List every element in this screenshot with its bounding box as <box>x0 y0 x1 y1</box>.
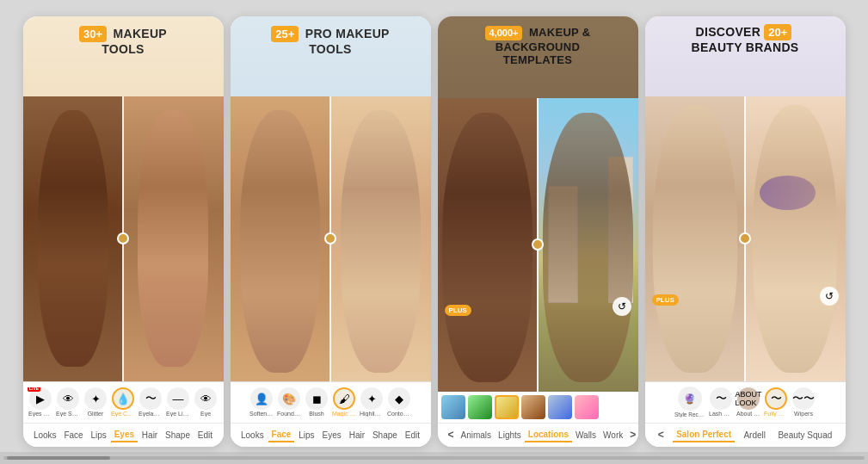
card3-face <box>438 98 638 391</box>
scrollbar <box>0 452 868 464</box>
card2-tool-label-0: Soften Skin <box>249 411 274 417</box>
card1-tool-icon-symbol-0: ▶ <box>36 393 45 405</box>
card4-undo-button[interactable]: ↺ <box>820 287 839 306</box>
card2-bottom-nav: Looks Face Lips Eyes Hair Shape Edit <box>231 423 431 447</box>
card2-tool-0[interactable]: 👤 Soften Skin <box>249 387 274 417</box>
card3-headline: 4,000+ MAKEUP & BACKGROUND TEMPLATES <box>438 23 638 67</box>
card3-thumb-0[interactable] <box>441 395 465 419</box>
card4-tool-4[interactable]: 〜〜 Wipers <box>791 387 816 417</box>
card1-nav-eyes[interactable]: Eyes <box>111 428 138 442</box>
card4-tool-icon-3: 〜 <box>765 387 787 410</box>
card3-nav-lights[interactable]: Lights <box>495 429 525 442</box>
card4-nav-beauty[interactable]: Beauty Squad <box>774 429 835 442</box>
card3-divider-dot <box>532 238 544 251</box>
card1-tool-0[interactable]: ▶ LIVE Eyes Video <box>28 387 53 417</box>
card3-thumb-4[interactable] <box>548 395 572 419</box>
card2-tool-5[interactable]: ◆ Contour it <box>386 387 412 417</box>
card4-tool-label-3: Fully Stacked <box>764 411 788 417</box>
card2-nav-looks[interactable]: Looks <box>237 429 268 442</box>
card2-tool-icon-4: ✦ <box>360 387 383 410</box>
card4-headline-text2: BEAUTY BRANDS <box>645 40 846 55</box>
card1-tool-label-2: Glitter <box>83 411 108 417</box>
card1-tool-2[interactable]: ✦ Glitter <box>83 387 108 417</box>
card2-tool-1[interactable]: 🎨 Foundation <box>276 387 302 417</box>
card4-tool-icon-4: 〜〜 <box>792 387 815 410</box>
card3-headline-text: MAKEUP & <box>529 26 591 39</box>
card3-bottom-nav: < Animals Lights Locations Walls Work > <box>438 423 638 447</box>
card3-nav-walls[interactable]: Walls <box>572 429 600 442</box>
card1-tool-3[interactable]: 💧 Eye Concealer <box>110 387 136 417</box>
card1-nav-lips[interactable]: Lips <box>87 429 109 442</box>
card1-badge: 30+ <box>79 26 107 43</box>
card4-tool-label-2: About Look <box>736 411 760 417</box>
card1-nav-shape[interactable]: Shape <box>162 429 194 442</box>
card3-nav-animals[interactable]: Animals <box>458 429 496 442</box>
card3-face-right-scene <box>538 98 638 391</box>
card3-thumb-1[interactable] <box>468 395 492 419</box>
card4-tool-label-0: Style Recommendation Wizard <box>674 411 705 418</box>
card1-tool-4[interactable]: 〜 Eyelashes <box>138 387 163 417</box>
card1-tool-icon-0: ▶ LIVE <box>29 387 52 410</box>
card2-nav-shape[interactable]: Shape <box>369 429 401 442</box>
card3-undo-button[interactable]: ↺ <box>613 297 631 316</box>
card3-nav-locations[interactable]: Locations <box>525 428 572 442</box>
scrollbar-track[interactable] <box>3 456 865 460</box>
card4-tool-icon-1: 〜 <box>710 387 732 410</box>
card2-nav-eyes[interactable]: Eyes <box>319 429 345 442</box>
card1-tool-label-6: Eye <box>194 411 218 417</box>
card1-tool-6[interactable]: 👁 Eye <box>193 387 219 417</box>
card2-nav-edit[interactable]: Edit <box>402 429 423 442</box>
card3-nav-prev[interactable]: < <box>445 427 458 442</box>
card2-nav-lips[interactable]: Lips <box>295 429 317 442</box>
card2-divider-dot <box>324 232 336 244</box>
card2-tool-4[interactable]: ✦ Highlight it <box>359 387 385 417</box>
card2-image-area: 25+ PRO MAKEUP TOOLS <box>231 16 431 381</box>
main-container: 30+ MAKEUP TOOLS <box>0 0 868 452</box>
card4-tool-0[interactable]: 🔮 Style Recommendation Wizard <box>674 387 706 418</box>
card3-headline-text3: TEMPLATES <box>438 53 638 67</box>
card4-tool-label-1: Lash DNA <box>709 411 733 417</box>
card2-nav-face[interactable]: Face <box>268 428 295 442</box>
card4-tool-3[interactable]: 〜 Fully Stacked <box>763 387 789 417</box>
card1-toolbar: ▶ LIVE Eyes Video 👁 Eye Shadow ✦ Glitter… <box>23 381 224 423</box>
card1-tool-1[interactable]: 👁 Eye Shadow <box>55 387 81 417</box>
card1-tool-label-3: Eye Concealer <box>111 411 135 417</box>
card2-headline-text: PRO MAKEUP <box>305 27 390 40</box>
card4: DISCOVER 20+ BEAUTY BRANDS PLUS <box>645 16 846 447</box>
card1-image-area: 30+ MAKEUP TOOLS <box>23 16 224 381</box>
card3-thumb-5[interactable] <box>575 395 599 419</box>
card1-face <box>23 96 224 381</box>
card2-tool-icon-2: ◼ <box>305 387 328 410</box>
card1-face-right <box>123 96 224 381</box>
card2: 25+ PRO MAKEUP TOOLS 👤 Soften <box>231 16 431 447</box>
card2-tool-3[interactable]: 🖌 Magic Brush No. <box>331 387 357 417</box>
card1-nav-face[interactable]: Face <box>60 429 86 442</box>
card3-thumb-2[interactable] <box>495 395 519 419</box>
card2-toolbar: 👤 Soften Skin 🎨 Foundation ◼ Blush 🖌 Mag… <box>231 381 431 423</box>
card1-nav-looks[interactable]: Looks <box>30 429 60 442</box>
scrollbar-thumb[interactable] <box>7 456 110 460</box>
card3-nav-work[interactable]: Work <box>600 429 626 442</box>
card1-headline-text: MAKEUP <box>114 27 167 40</box>
card2-tool-2[interactable]: ◼ Blush <box>304 387 329 417</box>
card1-nav-edit[interactable]: Edit <box>194 429 216 442</box>
card4-tool-label-4: Wipers <box>791 411 816 417</box>
card4-tool-2[interactable]: ABOUTLOOK About Look <box>736 387 761 417</box>
card1: 30+ MAKEUP TOOLS <box>23 16 224 447</box>
card1-tool-5[interactable]: — Eye Liner <box>165 387 191 417</box>
card1-tool-icon-3: 💧 <box>112 387 134 410</box>
card3-thumb-3[interactable] <box>521 395 545 419</box>
card3-nav-next[interactable]: > <box>626 427 637 442</box>
card4-image-area: DISCOVER 20+ BEAUTY BRANDS PLUS <box>645 16 846 381</box>
card1-nav-hair[interactable]: Hair <box>139 429 161 442</box>
card4-nav-prev[interactable]: < <box>655 427 668 442</box>
card4-tool-1[interactable]: 〜 Lash DNA <box>708 387 734 417</box>
card4-nav-salon[interactable]: Salon Perfect <box>673 428 735 442</box>
card2-tools-row: 👤 Soften Skin 🎨 Foundation ◼ Blush 🖌 Mag… <box>247 387 414 417</box>
card2-tool-icon-0: 👤 <box>250 387 273 410</box>
card2-nav-hair[interactable]: Hair <box>346 429 368 442</box>
card4-tool-icon-0: 🔮 <box>678 387 702 411</box>
card4-nav-ardell[interactable]: Ardell <box>740 429 769 442</box>
card4-headline-text: DISCOVER <box>696 25 765 39</box>
card1-tool-icon-2: ✦ <box>84 387 107 410</box>
